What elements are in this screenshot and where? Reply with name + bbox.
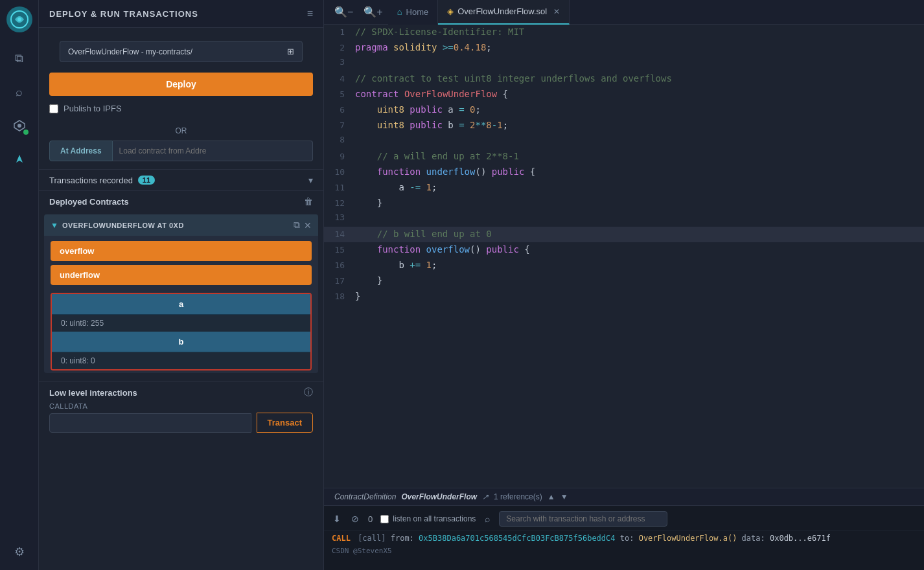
trash-icon[interactable]: 🗑 (304, 196, 313, 207)
underflow-button[interactable]: underflow (51, 265, 312, 285)
zoom-in-button[interactable]: 🔍+ (358, 3, 387, 21)
to-label: to: (620, 534, 639, 543)
env-selector[interactable]: OverFlowUnderFlow - my-contracts/ ⊞ (60, 41, 303, 62)
var-b-result: 0: uint8: 0 (52, 352, 310, 369)
contract-chevron-icon[interactable]: ▼ (51, 221, 58, 230)
code-line-5: 5 contract OverFlowUnderFlow { (324, 87, 924, 102)
call-label: CALL (332, 534, 351, 543)
at-address-input[interactable] (113, 141, 313, 161)
tabs-bar: 🔍− 🔍+ ⌂ Home ◈ OverFlowUnderFlow.sol ✕ (324, 0, 924, 25)
overflow-button[interactable]: overflow (51, 241, 312, 261)
publish-ipfs-row: Publish to IPFS (49, 101, 313, 116)
at-address-row: At Address (49, 141, 313, 161)
var-a-result: 0: uint8: 255 (52, 315, 310, 332)
plugin-badge (22, 128, 30, 136)
deploy-button[interactable]: Deploy (49, 73, 313, 96)
refs-button[interactable]: 1 reference(s) (494, 492, 542, 501)
home-icon: ⌂ (397, 7, 402, 17)
console-counter: 0 (368, 514, 373, 524)
var-a-button[interactable]: a (52, 294, 310, 315)
deployed-contracts-header: Deployed Contracts 🗑 (39, 190, 323, 212)
sidebar-item-settings[interactable]: ⚙ (8, 540, 31, 564)
contract-close-icon[interactable]: ✕ (304, 220, 312, 231)
transact-button[interactable]: Transact (257, 413, 313, 433)
transactions-row[interactable]: Transactions recorded 11 ▾ (39, 169, 323, 190)
code-line-8: 8 (324, 133, 924, 149)
code-line-11: 11 a -= 1; (324, 180, 924, 196)
data-label: data: (742, 534, 770, 543)
code-line-18: 18 } (324, 289, 924, 304)
code-line-12: 12 } (324, 196, 924, 211)
refs-label: 1 reference(s) (494, 492, 542, 501)
to-call: OverFlowUnderFlow.a() (639, 534, 742, 543)
contract-def-name: OverFlowUnderFlow (401, 492, 477, 501)
share-icon: ↗ (482, 492, 489, 501)
nav-up-button[interactable]: ▲ (548, 492, 555, 501)
icon-bar: ⧉ ⌕ ⚙ (0, 0, 39, 570)
sidebar-item-files[interactable]: ⧉ (8, 47, 31, 70)
svg-point-2 (17, 124, 21, 128)
panel-menu-icon[interactable]: ≡ (307, 8, 313, 19)
code-line-4: 4 // contract to test uint8 integer unde… (324, 71, 924, 87)
code-editor[interactable]: 1 // SPDX-License-Identifier: MIT 2 prag… (324, 25, 924, 488)
console-search-icon[interactable]: ⌕ (483, 512, 491, 525)
call-bracket: [call] (358, 534, 391, 543)
var-b-button[interactable]: b (52, 332, 310, 352)
panel-header: DEPLOY & RUN TRANSACTIONS ≡ (39, 0, 323, 28)
code-line-13: 13 (324, 211, 924, 227)
env-selector-text: OverFlowUnderFlow - my-contracts/ (68, 47, 192, 56)
code-line-6: 6 uint8 public a = 0; (324, 102, 924, 118)
contract-instance: ▼ OVERFLOWUNDERFLOW AT 0XD ⧉ ✕ overflow … (44, 214, 318, 373)
file-icon: ◈ (447, 6, 454, 16)
code-line-1: 1 // SPDX-License-Identifier: MIT (324, 25, 924, 40)
tab-file[interactable]: ◈ OverFlowUnderFlow.sol ✕ (438, 0, 570, 25)
publish-ipfs-checkbox[interactable] (49, 104, 58, 113)
tab-file-label: OverFlowUnderFlow.sol (457, 6, 547, 16)
contract-name: OVERFLOWUNDERFLOW AT 0XD (62, 222, 290, 229)
svg-point-1 (17, 17, 21, 21)
env-chevron-icon: ⊞ (287, 47, 294, 56)
publish-ipfs-label: Publish to IPFS (64, 104, 122, 113)
code-line-2: 2 pragma solidity >=0.4.18; (324, 40, 924, 56)
listen-checkbox-row: listen on all transactions (380, 514, 476, 523)
listen-label: listen on all transactions (393, 514, 476, 523)
calldata-label: CALLDATA (49, 402, 313, 410)
console-toolbar: ⬇ ⊘ 0 listen on all transactions ⌕ (324, 511, 924, 531)
panel-title: DEPLOY & RUN TRANSACTIONS (49, 9, 198, 19)
calldata-row: Transact (49, 413, 313, 433)
or-divider: OR (39, 121, 323, 141)
tab-home-label: Home (406, 7, 429, 17)
deploy-panel: DEPLOY & RUN TRANSACTIONS ≡ OverFlowUnde… (39, 0, 324, 570)
code-line-17: 17 } (324, 273, 924, 289)
code-line-3: 3 (324, 56, 924, 71)
transactions-label: Transactions recorded (49, 176, 133, 185)
transactions-badge: 11 (138, 176, 155, 185)
sidebar-item-plugin[interactable] (8, 114, 31, 137)
deployed-contracts-title: Deployed Contracts (49, 197, 129, 207)
low-level-header: Low level interactions ⓘ (49, 387, 313, 398)
low-level-section: Low level interactions ⓘ CALLDATA Transa… (39, 381, 323, 438)
contract-copy-icon[interactable]: ⧉ (294, 220, 300, 231)
at-address-button[interactable]: At Address (49, 141, 113, 161)
app-logo (6, 6, 32, 32)
console-search-input[interactable] (499, 511, 667, 527)
console-clear-icon[interactable]: ⊘ (350, 512, 360, 525)
calldata-input[interactable] (49, 413, 251, 433)
chevron-down-icon: ▾ (308, 175, 313, 185)
contract-instance-header: ▼ OVERFLOWUNDERFLOW AT 0XD ⧉ ✕ (44, 214, 318, 236)
data-value: 0x0db...e671f (770, 534, 831, 543)
zoom-out-button[interactable]: 🔍− (329, 3, 358, 21)
info-icon[interactable]: ⓘ (304, 387, 313, 398)
nav-down-button[interactable]: ▼ (560, 492, 568, 501)
listen-checkbox[interactable] (380, 515, 389, 523)
console-scroll-bottom-icon[interactable]: ⬇ (332, 512, 342, 525)
deploy-section: Deploy Publish to IPFS (39, 73, 323, 121)
sidebar-item-deploy[interactable] (8, 148, 31, 171)
editor-bottom-bar: ContractDefinition OverFlowUnderFlow ↗ 1… (324, 488, 924, 505)
code-line-9: 9 // a will end up at 2**8-1 (324, 149, 924, 165)
code-line-15: 15 function overflow() public { (324, 242, 924, 258)
sidebar-item-search[interactable]: ⌕ (8, 80, 31, 104)
tab-home[interactable]: ⌂ Home (388, 0, 439, 25)
contract-def-label: ContractDefinition (334, 492, 396, 501)
tab-close-icon[interactable]: ✕ (553, 7, 560, 16)
